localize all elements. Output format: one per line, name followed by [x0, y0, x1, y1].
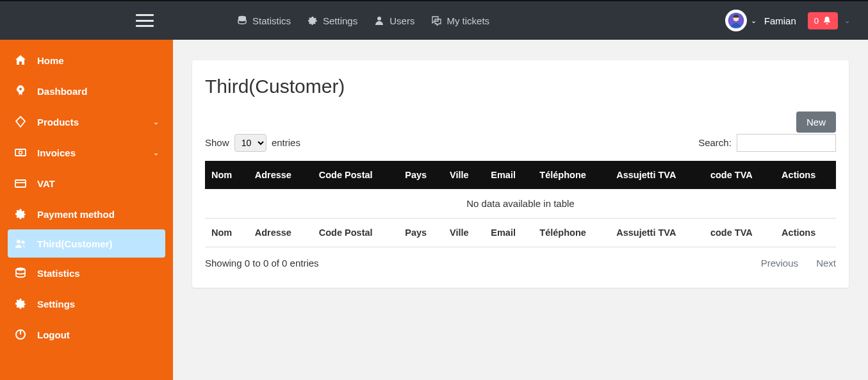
- gear-icon: [14, 297, 27, 310]
- col-footer: code TVA: [704, 219, 775, 247]
- sidebar: HomeDashboardProducts⌄Invoices⌄VATPaymen…: [0, 40, 173, 380]
- svg-rect-6: [15, 180, 26, 187]
- nav-users-label: Users: [389, 15, 414, 26]
- db-icon: [14, 267, 27, 279]
- sidebar-item-settings[interactable]: Settings: [0, 288, 173, 319]
- col-footer: Adresse: [249, 219, 313, 247]
- avatar: [725, 10, 747, 31]
- sidebar-item-label: Settings: [37, 299, 75, 310]
- gear-icon: [14, 208, 27, 220]
- search-control: Search:: [698, 134, 836, 152]
- sidebar-item-third-customer-[interactable]: Third(Customer): [8, 229, 165, 258]
- col-header[interactable]: Téléphone: [533, 161, 610, 189]
- diamond-icon: [14, 115, 27, 128]
- home-icon: [14, 54, 27, 67]
- notification-count: 0: [814, 16, 819, 26]
- table-info: Showing 0 to 0 of 0 entries: [205, 258, 319, 268]
- notification-badge: 0: [808, 12, 838, 29]
- chevron-down-icon: ⌄: [844, 17, 850, 25]
- sidebar-item-vat[interactable]: VAT: [0, 168, 173, 199]
- col-footer: Téléphone: [533, 219, 610, 247]
- main-card: Third(Customer) New Show 10 entries Sear…: [192, 60, 849, 288]
- nav-statistics-label: Statistics: [252, 15, 291, 26]
- sidebar-item-label: Invoices: [37, 147, 76, 158]
- chevron-down-icon: ⌄: [153, 149, 159, 157]
- nav-settings[interactable]: Settings: [307, 15, 357, 26]
- length-select[interactable]: 10: [234, 134, 266, 152]
- sidebar-item-label: Payment method: [37, 209, 115, 220]
- card-icon: [14, 177, 27, 190]
- col-footer: Pays: [398, 219, 443, 247]
- bell-icon: [823, 16, 831, 25]
- power-icon: [14, 328, 27, 341]
- chevron-down-icon: ⌄: [153, 118, 159, 126]
- nav-users[interactable]: Users: [374, 15, 414, 26]
- sidebar-item-label: Products: [37, 117, 79, 128]
- col-footer: Code Postal: [313, 219, 399, 247]
- search-input[interactable]: [737, 134, 836, 152]
- svg-point-8: [17, 240, 20, 244]
- col-footer: Nom: [205, 219, 249, 247]
- page-title: Third(Customer): [205, 76, 836, 97]
- col-footer: Ville: [443, 219, 484, 247]
- col-header[interactable]: Ville: [443, 161, 484, 189]
- nav-settings-label: Settings: [323, 15, 357, 26]
- svg-point-1: [377, 17, 381, 21]
- col-header[interactable]: code TVA: [704, 161, 775, 189]
- sidebar-item-payment-method[interactable]: Payment method: [0, 199, 173, 229]
- data-table: NomAdresseCode PostalPaysVilleEmailTélép…: [205, 161, 836, 247]
- empty-message: No data available in table: [205, 189, 836, 219]
- svg-point-9: [22, 241, 25, 244]
- col-header[interactable]: Code Postal: [313, 161, 399, 189]
- col-header[interactable]: Nom: [205, 161, 249, 189]
- topbar: Statistics Settings Users My tickets ⌄ F…: [0, 1, 868, 40]
- sidebar-item-logout[interactable]: Logout: [0, 319, 173, 350]
- col-header[interactable]: Email: [484, 161, 533, 189]
- database-icon: [237, 15, 247, 26]
- menu-toggle-button[interactable]: [136, 14, 154, 27]
- sidebar-item-label: Logout: [37, 329, 70, 340]
- sidebar-item-label: Home: [37, 55, 64, 66]
- notification-menu[interactable]: 0 ⌄: [808, 12, 850, 29]
- col-header[interactable]: Actions: [775, 161, 836, 189]
- nav-statistics[interactable]: Statistics: [237, 15, 291, 26]
- col-footer: Assujetti TVA: [610, 219, 704, 247]
- money-icon: [14, 146, 27, 159]
- col-header[interactable]: Assujetti TVA: [610, 161, 704, 189]
- username-label: Famian: [764, 15, 796, 26]
- svg-point-10: [16, 268, 25, 271]
- sidebar-item-products[interactable]: Products⌄: [0, 106, 173, 137]
- search-label: Search:: [698, 137, 732, 148]
- col-footer: Actions: [775, 219, 836, 247]
- nav-mytickets-label: My tickets: [446, 15, 489, 26]
- chevron-down-icon: ⌄: [751, 17, 757, 25]
- next-button[interactable]: Next: [816, 258, 836, 268]
- new-button[interactable]: New: [796, 112, 836, 133]
- col-header[interactable]: Adresse: [249, 161, 313, 189]
- sidebar-item-home[interactable]: Home: [0, 45, 173, 76]
- sidebar-item-label: Dashboard: [37, 86, 87, 97]
- user-icon: [374, 15, 384, 26]
- users-icon: [14, 237, 27, 250]
- svg-point-5: [19, 151, 22, 154]
- col-header[interactable]: Pays: [398, 161, 443, 189]
- entries-label: entries: [272, 137, 300, 148]
- sidebar-item-invoices[interactable]: Invoices⌄: [0, 137, 173, 168]
- gear-icon: [307, 15, 318, 26]
- user-menu[interactable]: ⌄ Famian: [725, 10, 796, 31]
- sidebar-item-label: Third(Customer): [37, 238, 113, 249]
- rocket-icon: [14, 85, 27, 97]
- sidebar-item-statistics[interactable]: Statistics: [0, 258, 173, 288]
- length-control: Show 10 entries: [205, 134, 300, 152]
- svg-rect-4: [15, 149, 26, 156]
- prev-button[interactable]: Previous: [761, 258, 798, 268]
- sidebar-item-label: VAT: [37, 178, 55, 189]
- show-label: Show: [205, 137, 229, 148]
- nav-mytickets[interactable]: My tickets: [431, 15, 489, 26]
- chat-icon: [431, 15, 441, 26]
- sidebar-item-dashboard[interactable]: Dashboard: [0, 76, 173, 106]
- sidebar-item-label: Statistics: [37, 268, 80, 279]
- col-footer: Email: [484, 219, 533, 247]
